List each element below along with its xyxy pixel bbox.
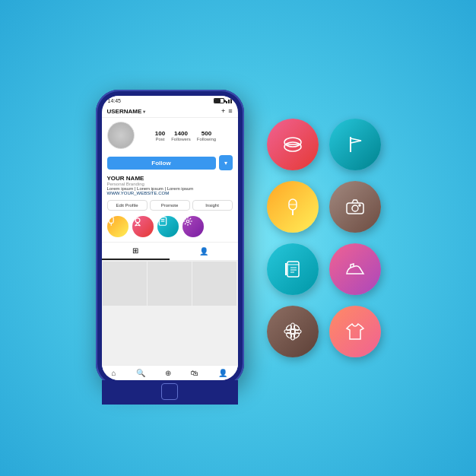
highlight-2[interactable]	[132, 216, 154, 237]
svg-point-6	[186, 220, 189, 223]
grid-cell-3	[192, 262, 236, 306]
post-count: 100	[155, 130, 165, 137]
flower-icon	[281, 319, 305, 344]
phone-frame: 14:45 USERNAME ▾	[96, 90, 244, 386]
svg-rect-0	[109, 217, 113, 223]
post-label: Post	[155, 137, 164, 141]
stat-followers: 1400 Followers	[171, 130, 191, 141]
shopping-nav-icon[interactable]: 🛍	[191, 369, 198, 377]
svg-point-15	[352, 205, 358, 211]
notebook-circle[interactable]	[267, 243, 319, 295]
macaron-circle[interactable]	[267, 119, 319, 170]
profile-name: YOUR NAME	[107, 175, 233, 182]
popsicle-circle[interactable]	[267, 181, 319, 233]
scene: 14:45 USERNAME ▾	[81, 75, 396, 401]
follow-row: Follow ▾	[102, 153, 238, 173]
phone-screen: 14:45 USERNAME ▾	[102, 96, 238, 380]
notebook-icon	[281, 257, 305, 281]
promote-button[interactable]: Promote	[150, 200, 190, 211]
edit-profile-button[interactable]: Edit Profile	[107, 200, 148, 211]
username-row[interactable]: USERNAME ▾	[107, 108, 146, 115]
highlight-3[interactable]	[157, 216, 179, 237]
add-icon[interactable]: +	[221, 107, 225, 115]
time-display: 14:45	[108, 98, 122, 103]
stats-row: 100 Post 1400 Followers 500 Following	[139, 130, 233, 141]
shirt-icon	[343, 319, 367, 344]
svg-point-2	[135, 218, 140, 223]
add-nav-icon[interactable]: ⊕	[165, 369, 171, 377]
macaron-icon	[281, 132, 305, 157]
avatar	[107, 122, 135, 149]
svg-rect-17	[287, 262, 299, 277]
highlights-row	[102, 213, 238, 240]
search-nav-icon[interactable]: 🔍	[136, 369, 145, 377]
home-nav-icon[interactable]: ⌂	[112, 369, 116, 377]
stat-posts: 100 Post	[155, 130, 165, 141]
profile-nav-icon[interactable]: 👤	[218, 369, 227, 377]
website-link[interactable]: WWW.YOUR_WEBSITE.COM	[107, 191, 233, 195]
battery-icon	[214, 98, 224, 103]
shirt-circle[interactable]	[329, 306, 381, 357]
following-label: Following	[197, 137, 216, 141]
following-count: 500	[202, 130, 211, 137]
signal-icon	[226, 98, 232, 103]
insight-button[interactable]: Insight	[192, 200, 233, 211]
shoe-icon	[343, 257, 367, 281]
grid-cell-2	[148, 262, 192, 306]
profile-tabs: ⊞ 👤	[102, 242, 238, 261]
photo-grid	[102, 261, 238, 365]
status-icons	[214, 98, 232, 103]
shoe-circle[interactable]	[329, 243, 381, 295]
profile-info: YOUR NAME Personal Branding Lorem ipsum …	[102, 173, 238, 198]
svg-point-16	[359, 205, 360, 206]
camera-circle[interactable]	[329, 181, 381, 233]
action-buttons: Edit Profile Promote Insight	[102, 198, 238, 213]
menu-icon[interactable]: ≡	[228, 107, 232, 115]
status-bar: 14:45	[102, 96, 238, 105]
popsicle-icon	[281, 195, 305, 219]
profile-header: USERNAME ▾ + ≡	[102, 105, 238, 118]
grid-cell-1	[103, 262, 147, 306]
flag-icon	[343, 132, 367, 157]
tab-grid[interactable]: ⊞	[102, 243, 170, 260]
svg-rect-14	[347, 203, 363, 214]
phone-home-bar	[102, 380, 238, 405]
header-actions: + ≡	[221, 107, 233, 115]
flower-circle[interactable]	[267, 306, 319, 357]
profile-stats: 100 Post 1400 Followers 500 Following	[102, 118, 238, 153]
follow-dropdown[interactable]: ▾	[219, 155, 233, 170]
highlight-1[interactable]	[107, 216, 129, 237]
stat-following: 500 Following	[197, 130, 216, 141]
highlight-4[interactable]	[182, 216, 204, 237]
home-button[interactable]	[161, 383, 178, 400]
bottom-nav: ⌂ 🔍 ⊕ 🛍 👤	[102, 365, 238, 380]
tab-tagged[interactable]: 👤	[170, 243, 238, 260]
camera-icon	[343, 195, 367, 219]
icon-grid	[267, 119, 381, 357]
flag-circle[interactable]	[329, 119, 381, 170]
svg-point-23	[290, 329, 295, 334]
username-text: USERNAME	[107, 108, 142, 115]
followers-label: Followers	[171, 137, 191, 141]
chevron-down-icon: ▾	[143, 109, 145, 114]
followers-count: 1400	[174, 130, 188, 137]
follow-button[interactable]: Follow	[107, 157, 216, 170]
